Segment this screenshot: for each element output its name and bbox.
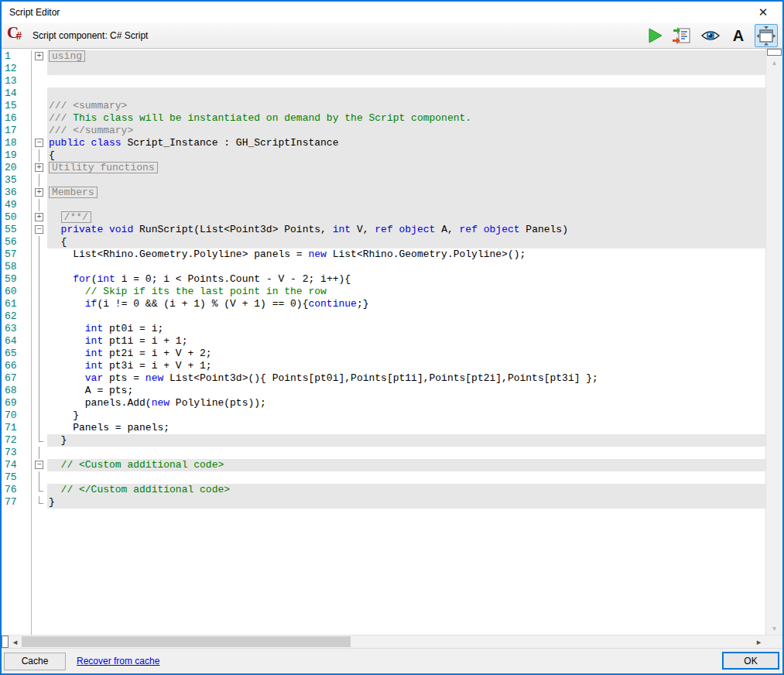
code-line[interactable]: /**/ (47, 211, 765, 224)
line-number: 12 (2, 63, 32, 75)
code-row: 56 { (2, 236, 765, 248)
fold-toggle-icon[interactable]: + (32, 162, 47, 174)
code-line[interactable]: /// <summary> (47, 100, 765, 112)
cache-button[interactable]: Cache (4, 653, 66, 670)
ok-button[interactable]: OK (722, 652, 779, 670)
line-number: 62 (2, 310, 32, 323)
code-line[interactable] (47, 199, 765, 211)
split-view-handle-horizontal[interactable] (2, 636, 9, 648)
code-line[interactable] (47, 174, 765, 187)
code-line[interactable]: { (47, 149, 765, 162)
vertical-scroll-track[interactable] (766, 69, 782, 622)
horizontal-scroll-track[interactable] (22, 636, 752, 648)
code-line[interactable] (47, 63, 765, 75)
script-editor-window: Script Editor ✕ C # Script component: C#… (0, 0, 784, 675)
code-line[interactable]: } (47, 496, 765, 509)
code-line[interactable]: using (47, 50, 765, 63)
code-line[interactable]: Utility functions (47, 162, 765, 174)
code-line[interactable]: List<Rhino.Geometry.Polyline> panels = n… (47, 248, 765, 261)
line-number: 56 (2, 236, 32, 248)
code-line[interactable]: int pt1i = i + 1; (47, 335, 765, 348)
code-line[interactable]: if(i != 0 && (i + 1) % (V + 1) == 0){con… (47, 298, 765, 310)
code-row: 61 if(i != 0 && (i + 1) % (V + 1) == 0){… (2, 298, 765, 310)
line-number: 73 (2, 447, 32, 459)
code-row: 19{ (2, 149, 765, 162)
scroll-up-icon[interactable]: ▴ (766, 56, 782, 69)
code-line[interactable] (47, 75, 765, 87)
code-line[interactable] (47, 310, 765, 323)
fold-margin (32, 385, 47, 397)
fold-toggle-icon[interactable]: − (32, 137, 47, 149)
recover-from-cache-link[interactable]: Recover from cache (77, 656, 159, 666)
code-line[interactable]: // Skip if its the last point in the row (47, 286, 765, 298)
code-line[interactable]: Panels = panels; (47, 422, 765, 434)
fold-toggle-icon[interactable]: + (32, 50, 47, 63)
collapsed-region-box[interactable]: Members (49, 187, 98, 198)
code-line[interactable]: var pts = new List<Point3d>(){ Points[pt… (47, 372, 765, 385)
line-number: 35 (2, 174, 32, 187)
collapsed-region-box[interactable]: using (49, 50, 85, 62)
split-view-handle[interactable] (767, 49, 782, 56)
code-line[interactable] (47, 447, 765, 459)
code-line[interactable]: private void RunScript(List<Point3d> Poi… (47, 224, 765, 236)
code-line[interactable]: int pt3i = i + V + 1; (47, 360, 765, 372)
code-row: 77} (2, 496, 765, 509)
code-line[interactable]: int pt0i = i; (47, 323, 765, 335)
code-row: 65 int pt2i = i + V + 2; (2, 348, 765, 360)
code-row: 73 (2, 447, 765, 459)
scroll-down-icon[interactable]: ▾ (766, 622, 782, 635)
line-number: 15 (2, 100, 32, 112)
code-line[interactable]: // </Custom additional code> (47, 484, 765, 496)
vertical-scrollbar[interactable]: ▴ ▾ (765, 49, 782, 635)
horizontal-scroll-thumb[interactable] (22, 636, 351, 647)
font-icon[interactable]: A (727, 24, 750, 47)
code-line[interactable]: } (47, 434, 765, 447)
code-line[interactable]: A = pts; (47, 385, 765, 397)
fold-toggle-icon[interactable]: − (32, 224, 47, 236)
code-line[interactable]: panels.Add(new Polyline(pts)); (47, 397, 765, 409)
fold-margin (32, 471, 47, 484)
line-number: 72 (2, 434, 32, 447)
component-label: Script component: C# Script (33, 30, 148, 41)
preview-eye-icon[interactable] (699, 24, 722, 47)
window-title: Script Editor (9, 7, 60, 18)
code-line[interactable] (47, 87, 765, 100)
code-line[interactable]: } (47, 409, 765, 422)
check-code-icon[interactable] (671, 24, 694, 47)
code-line[interactable]: { (47, 236, 765, 248)
fold-margin (32, 87, 47, 100)
code-line[interactable] (47, 261, 765, 273)
fold-toggle-icon[interactable]: + (32, 211, 47, 224)
code-line[interactable]: public class Script_Instance : GH_Script… (47, 137, 765, 149)
code-line[interactable]: int pt2i = i + V + 2; (47, 348, 765, 360)
run-script-icon[interactable] (643, 24, 666, 47)
code-row: 67 var pts = new List<Point3d>(){ Points… (2, 372, 765, 385)
horizontal-scrollbar[interactable]: ◂ ▸ (9, 636, 765, 648)
code-empty[interactable] (47, 509, 765, 635)
scroll-right-icon[interactable]: ▸ (752, 636, 765, 648)
line-number: 59 (2, 273, 32, 286)
close-icon[interactable]: ✕ (751, 3, 775, 22)
line-number: 1 (2, 50, 32, 63)
fold-margin (32, 509, 47, 635)
scroll-left-icon[interactable]: ◂ (9, 636, 22, 648)
fold-margin (32, 323, 47, 335)
editor-empty-area[interactable] (2, 509, 765, 635)
code-line[interactable]: for(int i = 0; i < Points.Count - V - 2;… (47, 273, 765, 286)
fit-window-icon[interactable] (755, 24, 778, 47)
code-line[interactable]: /// </summary> (47, 125, 765, 137)
code-line[interactable]: // <Custom additional code> (47, 459, 765, 471)
line-number: 13 (2, 75, 32, 87)
code-line[interactable]: /// This class will be instantiated on d… (47, 112, 765, 125)
collapsed-region-box[interactable]: /**/ (61, 211, 91, 223)
fold-toggle-icon[interactable]: + (32, 187, 47, 199)
code-line[interactable]: Members (47, 187, 765, 199)
line-number: 50 (2, 211, 32, 224)
code-row: 75 (2, 471, 765, 484)
code-editor: 1+using12131415/// <summary>16/// This c… (2, 49, 782, 648)
fold-toggle-icon[interactable]: − (32, 459, 47, 471)
collapsed-region-box[interactable]: Utility functions (49, 162, 158, 173)
code-row: 36+Members (2, 187, 765, 199)
code-row: 16/// This class will be instantiated on… (2, 112, 765, 125)
code-line[interactable] (47, 471, 765, 484)
